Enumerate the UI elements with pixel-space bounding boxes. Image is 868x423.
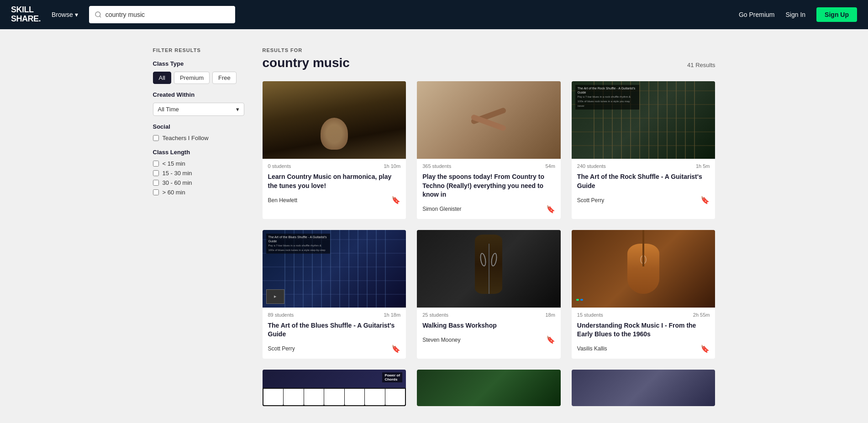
course-card[interactable]: Power ofChords	[263, 370, 406, 406]
course-card[interactable]: The Art of the Blues Shuffle - A Guitari…	[263, 230, 406, 359]
course-author: Simon Glenister	[422, 206, 461, 212]
length-option-30-60min: 30 - 60 min	[153, 179, 244, 186]
course-author: Scott Perry	[577, 197, 604, 204]
course-thumbnail	[417, 230, 561, 308]
header: SKILL SHARE. Browse ▾ Go Premium Sign In…	[0, 0, 868, 29]
courses-grid: 0 students 1h 10m Learn Country Music on…	[263, 81, 715, 406]
teachers-i-follow-label: Teachers I Follow	[163, 135, 209, 141]
bookmark-icon[interactable]: 🔖	[700, 345, 710, 353]
course-footer: Scott Perry 🔖	[577, 196, 710, 204]
class-type-free[interactable]: Free	[212, 72, 237, 84]
length-option-15-30min: 15 - 30 min	[153, 170, 244, 177]
course-footer: Ben Hewlett 🔖	[268, 196, 401, 204]
class-type-buttons: All Premium Free	[153, 72, 244, 84]
student-count: 15 students	[577, 312, 603, 318]
teachers-i-follow-row: Teachers I Follow	[153, 135, 244, 141]
course-meta: 89 students 1h 18m	[268, 312, 401, 318]
results-header: country music 41 Results	[263, 56, 715, 70]
course-thumbnail	[417, 370, 561, 406]
course-card[interactable]: 25 students 18m Walking Bass Workshop St…	[417, 230, 561, 359]
course-info: 365 students 54m Play the spoons today! …	[417, 159, 561, 219]
class-type-all[interactable]: All	[153, 72, 171, 84]
length-30-60-label: 30 - 60 min	[163, 179, 192, 186]
sidebar: FILTER RESULTS Class Type All Premium Fr…	[153, 47, 244, 406]
filter-results-title: FILTER RESULTS	[153, 47, 244, 53]
course-author: Scott Perry	[268, 345, 295, 352]
sign-in-button[interactable]: Sign In	[786, 11, 806, 18]
social-title: Social	[153, 123, 244, 130]
logo[interactable]: SKILL SHARE.	[11, 5, 41, 24]
course-info: 89 students 1h 18m The Art of the Blues …	[263, 308, 406, 359]
course-meta: 365 students 54m	[422, 163, 555, 169]
course-title: Walking Bass Workshop	[422, 321, 555, 330]
course-meta: 0 students 1h 10m	[268, 163, 401, 169]
course-info: 240 students 1h 5m The Art of the Rock S…	[572, 159, 715, 210]
bookmark-icon[interactable]: 🔖	[391, 196, 400, 204]
class-type-title: Class Type	[153, 60, 244, 67]
bookmark-icon[interactable]: 🔖	[391, 345, 400, 353]
course-footer: Steven Mooney 🔖	[422, 335, 555, 344]
search-input[interactable]	[105, 11, 230, 18]
course-card[interactable]: The Art of the Rock Shuffle - A Guitaris…	[572, 81, 715, 219]
course-title: Understanding Rock Music I - From the Ea…	[577, 321, 710, 339]
class-length-section: Class Length < 15 min 15 - 30 min 30 - 6…	[153, 149, 244, 196]
course-thumbnail: The Art of the Rock Shuffle - A Guitaris…	[572, 81, 715, 159]
browse-button[interactable]: Browse ▾	[52, 11, 78, 18]
course-meta: 15 students 2h 55m	[577, 312, 710, 318]
length-option-15min: < 15 min	[153, 160, 244, 167]
length-15-30-checkbox[interactable]	[153, 170, 159, 176]
results-query: country music	[263, 56, 350, 70]
duration: 54m	[545, 163, 555, 169]
course-author: Steven Mooney	[422, 337, 460, 343]
course-title: Play the spoons today! From Country to T…	[422, 172, 555, 199]
length-gt60-checkbox[interactable]	[153, 189, 159, 195]
teachers-i-follow-checkbox[interactable]	[153, 135, 159, 141]
search-icon	[95, 11, 102, 18]
course-thumbnail	[572, 370, 715, 406]
bookmark-icon[interactable]: 🔖	[700, 196, 710, 204]
chevron-down-icon: ▾	[236, 106, 239, 113]
created-within-title: Created Within	[153, 91, 244, 98]
length-lt15-checkbox[interactable]	[153, 161, 159, 167]
class-length-title: Class Length	[153, 149, 244, 156]
course-card[interactable]: 0 students 1h 10m Learn Country Music on…	[263, 81, 406, 219]
chevron-down-icon: ▾	[75, 11, 78, 18]
duration: 1h 10m	[384, 163, 400, 169]
length-option-gt60min: > 60 min	[153, 189, 244, 196]
student-count: 25 students	[422, 312, 448, 318]
course-footer: Simon Glenister 🔖	[422, 205, 555, 214]
created-within-select[interactable]: All Time ▾	[153, 103, 244, 116]
svg-point-0	[95, 12, 100, 17]
student-count: 240 students	[577, 163, 606, 169]
course-card[interactable]: 15 students 2h 55m Understanding Rock Mu…	[572, 230, 715, 359]
course-thumbnail: The Art of the Blues Shuffle - A Guitari…	[263, 230, 406, 308]
course-author: Ben Hewlett	[268, 197, 298, 204]
course-thumbnail	[263, 81, 406, 159]
student-count: 89 students	[268, 312, 294, 318]
duration: 18m	[545, 312, 555, 318]
course-info: 25 students 18m Walking Bass Workshop St…	[417, 308, 561, 350]
course-meta: 25 students 18m	[422, 312, 555, 318]
course-thumbnail	[417, 81, 561, 159]
go-premium-button[interactable]: Go Premium	[739, 11, 775, 18]
course-footer: Scott Perry 🔖	[268, 345, 401, 353]
duration: 1h 5m	[696, 163, 710, 169]
course-meta: 240 students 1h 5m	[577, 163, 710, 169]
student-count: 365 students	[422, 163, 451, 169]
bookmark-icon[interactable]: 🔖	[546, 205, 555, 214]
course-thumbnail	[572, 230, 715, 308]
svg-line-1	[100, 16, 101, 17]
bookmark-icon[interactable]: 🔖	[546, 335, 555, 344]
course-title: The Art of the Rock Shuffle - A Guitaris…	[577, 172, 710, 190]
course-card[interactable]	[417, 370, 561, 406]
course-footer: Vasilis Kallis 🔖	[577, 345, 710, 353]
length-30-60-checkbox[interactable]	[153, 180, 159, 186]
main-content: FILTER RESULTS Class Type All Premium Fr…	[142, 29, 726, 423]
course-info: 0 students 1h 10m Learn Country Music on…	[263, 159, 406, 210]
course-card[interactable]: 365 students 54m Play the spoons today! …	[417, 81, 561, 219]
sign-up-button[interactable]: Sign Up	[816, 7, 857, 22]
results-for-label: RESULTS FOR	[263, 47, 715, 53]
course-card[interactable]	[572, 370, 715, 406]
results-count: 41 Results	[687, 62, 715, 68]
class-type-premium[interactable]: Premium	[174, 72, 210, 84]
